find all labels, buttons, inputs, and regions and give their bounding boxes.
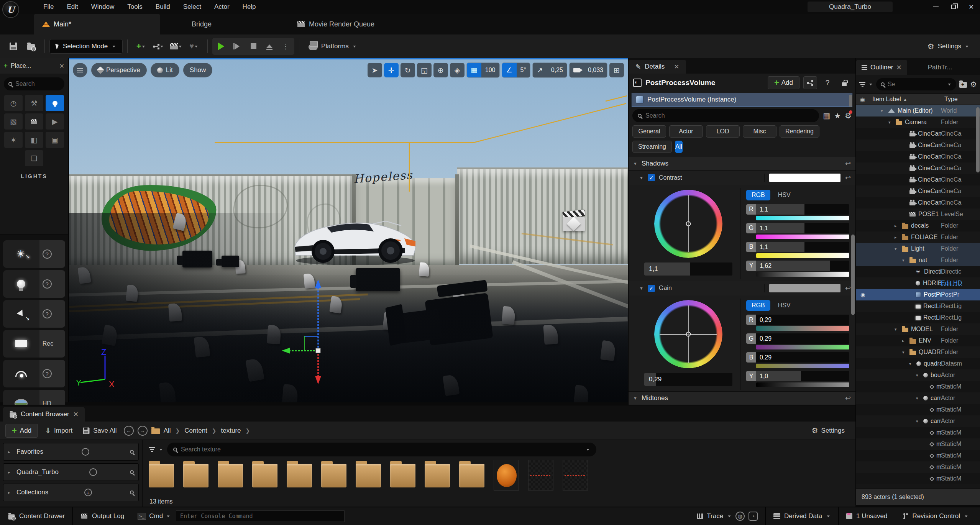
expand-arrow[interactable]: ▾ [895, 327, 899, 332]
outliner-scrollbar[interactable] [976, 107, 980, 172]
scale-tool-button[interactable]: ◱ [417, 63, 432, 77]
category-basic[interactable]: ⚒ [25, 95, 43, 111]
outliner-row[interactable]: mes StaticM [856, 473, 980, 484]
perspective-dropdown[interactable]: Perspective [91, 63, 147, 77]
derived-data-dropdown[interactable]: Derived Data▼ [766, 507, 839, 525]
expand-arrow[interactable]: ▾ [895, 246, 899, 251]
viewport-menu-button[interactable] [73, 63, 87, 77]
outliner-row[interactable]: ▾ carros Actor [856, 415, 980, 427]
scrollbar-thumb[interactable] [849, 95, 852, 107]
gain-row[interactable]: ▼ Gain ↩ [629, 281, 855, 296]
outliner-row[interactable]: CineCame CineCa [856, 128, 980, 139]
tab-movie-render-queue[interactable]: Movie Render Queue [289, 14, 383, 34]
outliner-row[interactable]: mes StaticM [856, 450, 980, 461]
move-tool-button[interactable]: ✛ [384, 63, 399, 77]
category-visual-effects[interactable]: ▶ [46, 113, 64, 130]
favorites-icon[interactable]: ★ [834, 111, 841, 120]
menu-item[interactable]: Actor [208, 0, 236, 14]
light-actor-item[interactable]: ? [3, 300, 65, 328]
tab-bridge[interactable]: Bridge [183, 14, 220, 34]
camera-speed-control[interactable]: 0,033 [569, 62, 607, 78]
add-actor-button[interactable]: +▼ [132, 38, 150, 55]
rotate-tool-button[interactable]: ↻ [401, 63, 415, 77]
expand-arrow[interactable]: ▾ [902, 258, 907, 263]
menu-item[interactable]: Tools [121, 0, 149, 14]
expand-arrow[interactable]: ▾ [916, 373, 921, 378]
camera-speed-value[interactable]: 0,033 [584, 63, 607, 77]
outliner-row[interactable]: ▾ Main (Editor) World [856, 105, 980, 116]
show-dropdown[interactable]: Show [183, 63, 213, 77]
place-actors-tab[interactable]: + Place... ✕ [0, 58, 68, 74]
outliner-row[interactable]: CineCame CineCa [856, 185, 980, 197]
transform-gizmo[interactable] [278, 271, 362, 390]
filter-chip[interactable]: All [675, 141, 683, 153]
outliner-row[interactable]: POSE1 LevelSe [856, 208, 980, 220]
rgb-tab[interactable]: RGB [746, 190, 770, 200]
menu-item[interactable]: Edit [60, 0, 84, 14]
world-local-toggle[interactable]: ⊕ [433, 63, 448, 77]
channel-slider[interactable]: R 1,1 [746, 204, 849, 215]
details-tab[interactable]: ✎ Details ✕ [629, 60, 686, 74]
stop-button[interactable] [245, 39, 261, 54]
content-browser-tab[interactable]: Content Browser ✕ [3, 407, 85, 422]
contrast-color-wheel[interactable] [654, 190, 722, 258]
gain-color-wheel[interactable] [654, 300, 722, 368]
midtones-section-header[interactable]: ▼Midtones ↩ [629, 391, 855, 405]
channel-slider[interactable]: B 0,29 [746, 352, 849, 363]
expand-arrow[interactable]: ▾ [888, 120, 893, 125]
category-particles[interactable]: ✶ [4, 132, 23, 148]
play-options-button[interactable]: ⋮ [277, 39, 294, 54]
asset-tile[interactable] [218, 464, 243, 487]
surface-snap-button[interactable]: ◈ [450, 63, 465, 77]
asset-tile[interactable] [287, 464, 312, 487]
filter-chip[interactable]: Actor [669, 125, 703, 138]
light-actor-item[interactable]: ? [3, 240, 65, 268]
maximize-viewport-button[interactable]: ⊞ [609, 63, 624, 77]
place-search-input[interactable] [4, 77, 64, 90]
category-all-classes[interactable]: ❏ [25, 150, 43, 166]
channel-slider[interactable]: G 1,1 [746, 223, 849, 233]
reset-icon[interactable]: ↩ [845, 174, 851, 182]
hsv-tab[interactable]: HSV [773, 300, 796, 311]
asset-tile[interactable] [183, 464, 208, 487]
breadcrumb-texture[interactable]: texture [221, 427, 241, 435]
outliner-row[interactable]: ▸ ENV Folder [856, 335, 980, 346]
outliner-row[interactable]: CineCame CineCa [856, 151, 980, 162]
back-button[interactable]: ← [124, 426, 134, 436]
outliner-row[interactable]: ▾ boulor Actor [856, 369, 980, 381]
channel-slider[interactable]: R 0,29 [746, 315, 849, 325]
grid-snap-value[interactable]: 100 [481, 63, 499, 77]
menu-item[interactable]: Build [149, 0, 177, 14]
menu-item[interactable]: File [37, 0, 60, 14]
light-actor-item[interactable]: ? [3, 270, 65, 298]
outliner-row[interactable]: mes StaticM [856, 461, 980, 473]
scale-snap-value[interactable]: 0,25 [547, 63, 567, 77]
asset-tile[interactable] [252, 464, 277, 487]
content-browser-settings-button[interactable]: ⚙ Settings [812, 426, 850, 435]
expand-arrow[interactable]: ▸ [902, 338, 907, 343]
frame-skip-button[interactable] [229, 39, 245, 54]
outliner-row[interactable]: Directio Directic [856, 266, 980, 277]
expand-arrow[interactable]: ▾ [909, 361, 914, 366]
close-icon[interactable]: ✕ [674, 63, 679, 71]
outliner-row[interactable]: CineCame CineCa [856, 174, 980, 185]
sidebar-section[interactable]: ▸ Quadra_Turbo [3, 463, 139, 481]
minimize-button[interactable] [927, 1, 945, 13]
rotation-snap-value[interactable]: 5° [517, 63, 530, 77]
outliner-settings-icon[interactable]: ⚙ [970, 80, 977, 89]
contrast-checkbox[interactable] [648, 174, 655, 181]
reset-icon[interactable]: ↩ [845, 394, 851, 402]
timing-icon[interactable]: ◔ [749, 512, 758, 521]
category-lights[interactable] [46, 95, 64, 111]
expand-arrow[interactable]: ▾ [916, 419, 921, 424]
light-actor-item[interactable]: ? [3, 360, 65, 387]
reset-icon[interactable]: ↩ [845, 284, 851, 292]
outliner-row[interactable]: ▸ decals Folder [856, 220, 980, 231]
expand-arrow[interactable]: ▾ [902, 350, 907, 355]
selection-mode-dropdown[interactable]: Selection Mode▼ [49, 39, 123, 54]
display-filter-icon[interactable]: ▦ [823, 111, 830, 120]
shadows-section-header[interactable]: ▼Shadows ↩ [629, 157, 855, 170]
platforms-dropdown[interactable]: Platforms▼ [304, 38, 361, 55]
type-column[interactable]: Type [941, 96, 980, 103]
asset-tile[interactable] [356, 464, 381, 487]
